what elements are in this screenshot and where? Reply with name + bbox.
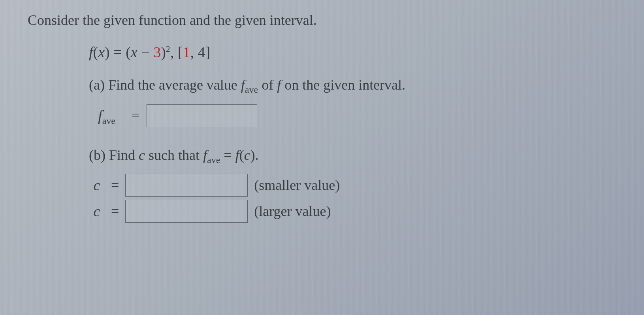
interval-start: 1 [183,44,190,60]
problem-intro: Consider the given function and the give… [28,12,616,28]
fave-input[interactable] [147,104,257,127]
part-a-prompt: (a) Find the average value fave of f on … [89,77,616,93]
c-smaller-input[interactable] [125,174,248,197]
constant-three: 3 [153,44,161,60]
larger-value-label: (larger value) [254,203,331,219]
fave-label: fave [89,107,124,124]
part-b-prompt: (b) Find c such that fave = f(c). [89,147,616,163]
equals-sign: = [132,107,139,124]
equals-sign: = [111,203,119,219]
c-larger-row: c = (larger value) [89,200,616,223]
smaller-value-label: (smaller value) [254,177,340,193]
c-label-smaller: c [89,176,105,194]
c-label-larger: c [89,202,105,220]
f-symbol: f [89,44,93,60]
equals-sign: = [111,177,119,193]
c-larger-input[interactable] [125,200,248,223]
fave-answer-row: fave = [89,104,616,127]
interval-end: 4 [198,44,205,60]
function-definition: f(x) = (x − 3)2, [1, 4] [89,43,616,61]
c-smaller-row: c = (smaller value) [89,174,616,197]
exponent: 2 [166,44,170,54]
